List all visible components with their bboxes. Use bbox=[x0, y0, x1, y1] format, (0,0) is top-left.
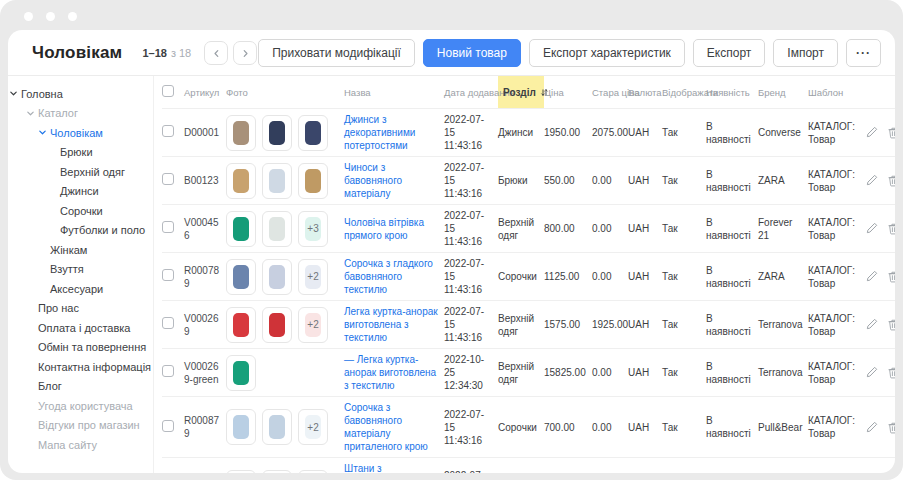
chevron-left-icon bbox=[212, 49, 221, 58]
sidebar-item[interactable]: Джинси bbox=[8, 182, 153, 202]
product-photos: +2 bbox=[226, 259, 340, 295]
product-photo[interactable] bbox=[262, 259, 292, 295]
export-characteristics-button[interactable]: Експорт характеристик bbox=[529, 39, 685, 67]
sidebar-item[interactable]: Обмін та повернення bbox=[8, 338, 153, 358]
hide-modifications-button[interactable]: Приховати модифікації bbox=[258, 39, 415, 67]
sidebar-item[interactable]: Сорочки bbox=[8, 201, 153, 221]
row-checkbox[interactable] bbox=[162, 221, 174, 233]
sidebar-item[interactable]: Головна bbox=[8, 84, 153, 104]
sidebar-item[interactable]: Оплата і доставка bbox=[8, 318, 153, 338]
row-select-cell bbox=[162, 253, 184, 301]
more-actions-button[interactable]: ··· bbox=[846, 39, 881, 67]
row-checkbox[interactable] bbox=[162, 365, 174, 377]
product-photo[interactable] bbox=[298, 163, 328, 199]
sidebar-item[interactable]: Каталог bbox=[8, 104, 153, 124]
edit-button[interactable] bbox=[866, 270, 878, 283]
edit-button[interactable] bbox=[866, 126, 878, 139]
product-photo[interactable]: +2 bbox=[298, 259, 328, 295]
edit-button[interactable] bbox=[866, 174, 878, 187]
sidebar-item[interactable]: Аксесуари bbox=[8, 279, 153, 299]
sidebar-item[interactable]: Чоловікам bbox=[8, 123, 153, 143]
row-checkbox[interactable] bbox=[162, 173, 174, 185]
product-photo[interactable] bbox=[262, 307, 292, 343]
delete-button[interactable] bbox=[888, 126, 895, 139]
edit-icon bbox=[866, 318, 878, 330]
product-photo[interactable] bbox=[226, 211, 256, 247]
edit-icon bbox=[866, 366, 878, 378]
new-product-button[interactable]: Новий товар bbox=[423, 39, 521, 67]
garment-image bbox=[305, 169, 321, 193]
product-photo[interactable] bbox=[262, 115, 292, 151]
sidebar-item[interactable]: Про нас bbox=[8, 299, 153, 319]
product-name-link[interactable]: Легка куртка-анорак виготовлена з тексти… bbox=[344, 305, 440, 344]
column-header: Дата додавання bbox=[444, 76, 498, 109]
edit-button[interactable] bbox=[866, 421, 878, 434]
sidebar-item[interactable]: Блог bbox=[8, 377, 153, 397]
product-photo[interactable]: +2 bbox=[298, 307, 328, 343]
sidebar-item-label: Чоловікам bbox=[50, 127, 103, 139]
row-actions-cell bbox=[864, 253, 895, 301]
product-photo[interactable] bbox=[226, 115, 256, 151]
row-checkbox[interactable] bbox=[162, 269, 174, 281]
row-checkbox[interactable] bbox=[162, 125, 174, 137]
product-name-link[interactable]: Штани з бавовняного матеріалу прямого кр… bbox=[344, 462, 440, 473]
sidebar-item[interactable]: Контактна інформація bbox=[8, 357, 153, 377]
product-photo[interactable]: +2 bbox=[298, 470, 328, 473]
product-stock: В наявності bbox=[706, 458, 758, 474]
chevron-right-icon bbox=[241, 49, 250, 58]
edit-button[interactable] bbox=[866, 318, 878, 331]
product-photo[interactable] bbox=[226, 163, 256, 199]
delete-button[interactable] bbox=[888, 174, 895, 187]
sidebar-item[interactable]: Мапа сайту bbox=[8, 435, 153, 455]
delete-button[interactable] bbox=[888, 270, 895, 283]
select-all-checkbox[interactable] bbox=[162, 85, 174, 97]
sidebar-item[interactable]: Верхній одяг bbox=[8, 162, 153, 182]
sidebar-item-label: Угода користувача bbox=[38, 400, 133, 412]
row-checkbox[interactable] bbox=[162, 420, 174, 432]
product-photo[interactable] bbox=[226, 259, 256, 295]
sidebar-item[interactable]: Брюки bbox=[8, 143, 153, 163]
import-button[interactable]: Імпорт bbox=[773, 39, 838, 67]
product-name-link[interactable]: Чиноси з бавовняного матеріалу bbox=[344, 161, 440, 200]
column-header-label: Бренд bbox=[758, 87, 786, 98]
product-name-cell: Сорочка з бавовняного матеріалу притален… bbox=[344, 397, 444, 458]
column-header[interactable]: Розділ bbox=[498, 76, 544, 109]
delete-button[interactable] bbox=[888, 222, 895, 235]
product-stock: В наявності bbox=[706, 397, 758, 458]
product-photo[interactable]: +2 bbox=[298, 409, 328, 445]
product-name-link[interactable]: Сорочка з гладкого бавовняного текстилю bbox=[344, 257, 440, 296]
edit-button[interactable] bbox=[866, 222, 878, 235]
prev-page-button[interactable] bbox=[204, 41, 228, 65]
sidebar-item[interactable]: Жінкам bbox=[8, 240, 153, 260]
product-photo[interactable] bbox=[226, 307, 256, 343]
delete-button[interactable] bbox=[888, 366, 895, 379]
product-photo[interactable] bbox=[262, 409, 292, 445]
product-name-link[interactable]: Джинси з декоративними потертостями bbox=[344, 113, 440, 152]
sidebar-item[interactable]: Угода користувача bbox=[8, 396, 153, 416]
product-name-link[interactable]: — Легка куртка-анорак виготовлена з текс… bbox=[344, 353, 440, 392]
sidebar-item[interactable]: Футболки и поло bbox=[8, 221, 153, 241]
row-checkbox[interactable] bbox=[162, 317, 174, 329]
date-added-cell: 2022-07-1511:43:16 bbox=[444, 458, 498, 474]
product-name-link[interactable]: Сорочка з бавовняного матеріалу притален… bbox=[344, 401, 440, 453]
product-photo[interactable] bbox=[262, 470, 292, 473]
product-photo[interactable] bbox=[226, 409, 256, 445]
product-photo[interactable] bbox=[298, 115, 328, 151]
column-header-label: Ціна bbox=[544, 87, 564, 98]
next-page-button[interactable] bbox=[233, 41, 257, 65]
product-display: Так bbox=[662, 157, 706, 205]
edit-button[interactable] bbox=[866, 366, 878, 379]
product-photo[interactable] bbox=[226, 355, 256, 391]
delete-button[interactable] bbox=[888, 318, 895, 331]
product-photo[interactable] bbox=[262, 211, 292, 247]
product-name-link[interactable]: Чоловіча вітрівка прямого крою bbox=[344, 216, 440, 242]
export-button[interactable]: Експорт bbox=[693, 39, 765, 67]
product-price: 1575.00 bbox=[544, 301, 592, 349]
sidebar-item-label: Контактна інформація bbox=[38, 361, 151, 373]
sidebar-item[interactable]: Взуття bbox=[8, 260, 153, 280]
product-photo[interactable] bbox=[262, 163, 292, 199]
product-photo[interactable] bbox=[226, 470, 256, 473]
product-photo[interactable]: +3 bbox=[298, 211, 328, 247]
sidebar-item[interactable]: Відгуки про магазин bbox=[8, 416, 153, 436]
delete-button[interactable] bbox=[888, 421, 895, 434]
